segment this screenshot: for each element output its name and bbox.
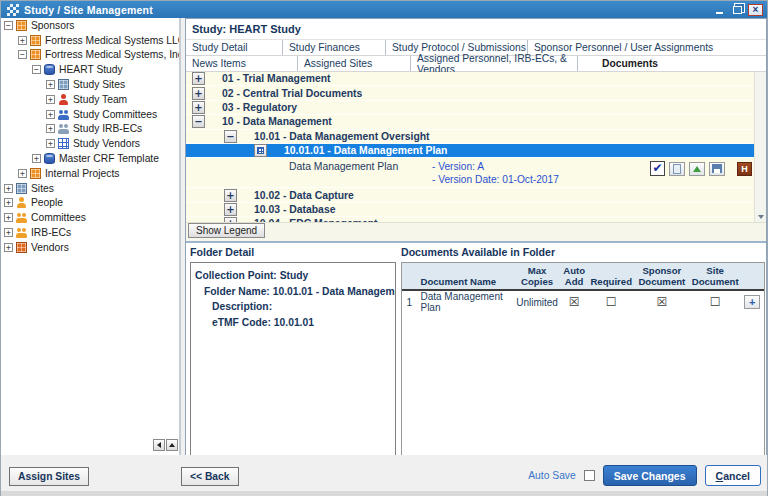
- back-button[interactable]: << Back: [181, 467, 239, 486]
- tree-item-vendors[interactable]: +Vendors: [1, 240, 179, 255]
- tree-item-label: Vendors: [31, 242, 69, 253]
- tree-toggle-icon[interactable]: +: [4, 243, 13, 252]
- tab-assigned-personnel[interactable]: Assigned Personnel, IRB-ECs, & Vendors: [411, 56, 578, 71]
- tree-item-label: Study Committees: [73, 109, 157, 120]
- tree-toggle-icon[interactable]: +: [4, 228, 13, 237]
- tree-toggle-icon[interactable]: −: [18, 50, 27, 59]
- sponsor-document-checkbox[interactable]: ☒: [656, 295, 667, 309]
- tree-item-sponsors[interactable]: −Sponsors: [1, 18, 179, 33]
- folder-row[interactable]: +10.04 - EDC Management: [186, 217, 766, 223]
- scroll-down-icon[interactable]: [758, 215, 764, 219]
- tree-toggle-icon[interactable]: +: [46, 124, 55, 133]
- folder-row[interactable]: +10.03 - Database: [186, 203, 766, 217]
- document-checkbox[interactable]: ✔: [650, 161, 665, 176]
- folder-row[interactable]: +10.02 - Data Capture: [186, 188, 766, 202]
- expand-icon[interactable]: +: [192, 87, 205, 100]
- study-irb-ecs-icon: [58, 123, 69, 134]
- tree-toggle-icon[interactable]: +: [46, 95, 55, 104]
- study-sites-icon: [58, 79, 69, 90]
- tree-toggle-icon[interactable]: +: [46, 80, 55, 89]
- tab-study-detail[interactable]: Study Detail: [186, 40, 283, 55]
- tab-study-finances[interactable]: Study Finances: [283, 40, 386, 55]
- tree-item-heart-study[interactable]: −HEART Study: [1, 62, 179, 77]
- sponsor-org-icon: [30, 49, 41, 60]
- minimize-button[interactable]: [712, 4, 727, 16]
- tab-news-items[interactable]: News Items: [186, 56, 298, 71]
- collapse-icon[interactable]: −: [192, 115, 205, 128]
- show-legend-button[interactable]: Show Legend: [188, 223, 265, 238]
- tree-item-label: Study IRB-ECs: [73, 123, 142, 134]
- crf-template-database-icon: [44, 153, 55, 164]
- tree-item-label: Fortress Medical Systems, Inc: [45, 49, 181, 60]
- version-date-label: - Version Date: 01-Oct-2017: [432, 173, 559, 186]
- tree-item-irb-ecs[interactable]: +IRB-ECs: [1, 225, 179, 240]
- folder-row[interactable]: −10.01 - Data Management Oversight: [186, 130, 766, 144]
- tree-item-label: Sponsors: [31, 20, 75, 31]
- tree-item-study-team[interactable]: +Study Team: [1, 92, 179, 107]
- restore-button[interactable]: [730, 4, 745, 16]
- tree-toggle-icon[interactable]: +: [4, 184, 13, 193]
- folder-row[interactable]: +01 - Trial Management: [186, 72, 766, 86]
- expand-icon[interactable]: +: [192, 101, 205, 114]
- tree-toggle-icon[interactable]: +: [18, 169, 27, 178]
- collapse-icon[interactable]: −: [224, 130, 237, 143]
- add-document-button[interactable]: +: [744, 295, 760, 309]
- folder-row-selected[interactable]: 10.01.01 - Data Management Plan: [186, 144, 766, 158]
- auto-save-checkbox[interactable]: [584, 470, 595, 481]
- document-detail-row[interactable]: Data Management Plan - Version: A - Vers…: [186, 158, 766, 188]
- document-actions: ✔ H: [650, 161, 752, 176]
- folder-document-icon[interactable]: [254, 144, 267, 157]
- documents-available-table: Document Name Max Copies Auto Add Requir…: [401, 262, 765, 458]
- site-document-checkbox[interactable]: ☐: [710, 295, 721, 309]
- tree-item-study-vendors[interactable]: +Study Vendors: [1, 136, 179, 151]
- tree-item-study-irb-ecs[interactable]: +Study IRB-ECs: [1, 122, 179, 137]
- expand-icon[interactable]: +: [192, 72, 205, 85]
- tab-documents[interactable]: Documents: [578, 56, 766, 71]
- close-button[interactable]: ×: [748, 4, 763, 16]
- tree-item-internal-projects[interactable]: +Internal Projects: [1, 166, 179, 181]
- tree-item-committees[interactable]: +Committees: [1, 210, 179, 225]
- folder-row[interactable]: +02 - Central Trial Documents: [186, 86, 766, 100]
- tree-toggle-icon[interactable]: −: [4, 21, 13, 30]
- tree-item-sites[interactable]: +Sites: [1, 181, 179, 196]
- assign-sites-button[interactable]: Assign Sites: [9, 467, 89, 486]
- save-document-icon[interactable]: [709, 162, 725, 176]
- auto-save-label: Auto Save: [528, 470, 576, 481]
- save-changes-button[interactable]: Save Changes: [603, 465, 697, 486]
- col-document-name: Document Name: [416, 276, 514, 287]
- tab-assigned-sites[interactable]: Assigned Sites: [298, 56, 411, 71]
- study-team-person-icon: [58, 94, 69, 105]
- upload-document-icon[interactable]: [689, 162, 705, 176]
- tree-toggle-icon[interactable]: +: [32, 154, 41, 163]
- col-required: Required: [589, 276, 634, 287]
- tree-item-study-sites[interactable]: +Study Sites: [1, 77, 179, 92]
- tree-item-fortress-inc[interactable]: −Fortress Medical Systems, Inc: [1, 48, 179, 63]
- tree-item-people[interactable]: +People: [1, 196, 179, 211]
- study-detail-panel: Study: HEART Study Study Detail Study Fi…: [185, 18, 767, 455]
- tree-toggle-icon[interactable]: −: [32, 65, 41, 74]
- tree-item-fortress-llc[interactable]: +Fortress Medical Systems LLC: [1, 33, 179, 48]
- folder-row[interactable]: −10 - Data Management: [186, 115, 766, 129]
- auto-add-checkbox[interactable]: ☒: [569, 295, 580, 309]
- cancel-button[interactable]: Cancel: [705, 465, 761, 486]
- tree-item-label: People: [31, 197, 63, 208]
- tree-toggle-icon[interactable]: +: [46, 110, 55, 119]
- tree-item-master-crf-template[interactable]: +Master CRF Template: [1, 151, 179, 166]
- tree-item-study-committees[interactable]: +Study Committees: [1, 107, 179, 122]
- tree-toggle-icon[interactable]: +: [4, 198, 13, 207]
- view-document-icon[interactable]: [669, 162, 685, 176]
- tree-toggle-icon[interactable]: +: [4, 213, 13, 222]
- doc-tree-scrollbar[interactable]: [754, 72, 766, 222]
- collapse-left-icon[interactable]: [153, 439, 165, 451]
- expand-icon[interactable]: +: [224, 203, 237, 216]
- history-icon[interactable]: H: [737, 162, 752, 176]
- tree-item-label: IRB-ECs: [31, 227, 71, 238]
- folder-row[interactable]: +03 - Regulatory: [186, 101, 766, 115]
- legend-row: Show Legend: [186, 223, 766, 241]
- collapse-up-icon[interactable]: [166, 439, 178, 451]
- tree-toggle-icon[interactable]: +: [18, 36, 27, 45]
- expand-icon[interactable]: +: [224, 189, 237, 202]
- tree-toggle-icon[interactable]: +: [46, 139, 55, 148]
- expand-icon[interactable]: +: [224, 217, 237, 223]
- required-checkbox[interactable]: ☐: [606, 295, 617, 309]
